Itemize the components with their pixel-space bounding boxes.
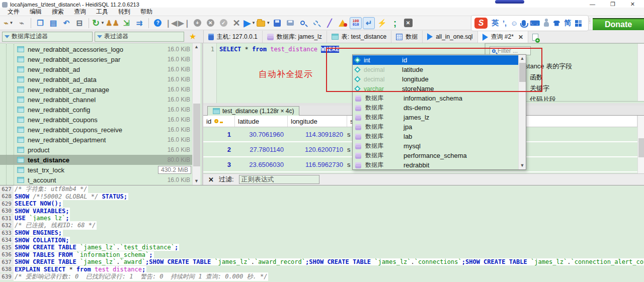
open-file-button[interactable]: ▼ (257, 17, 270, 29)
result-tab[interactable]: test_distance (1,128r × 4c) (207, 106, 299, 116)
helper-item-关键字[interactable]: 关键字 (530, 84, 549, 93)
wrap-lines-button[interactable]: ↵ (363, 17, 375, 29)
ime-language-toggle[interactable]: 英 (492, 19, 499, 28)
column-header-id[interactable]: id (203, 116, 235, 127)
disconnect-button[interactable]: ⌁ (16, 17, 28, 29)
ime-skin-icon[interactable] (553, 21, 560, 26)
ime-keyboard-icon[interactable]: ⌨ (530, 19, 540, 27)
table-row-product[interactable]: product16.0 KiB (0, 145, 193, 155)
refresh-button[interactable]: ↻▼ (92, 17, 105, 29)
ime-punctuation-icon[interactable]: ’, (503, 19, 507, 27)
binary-view-button[interactable]: 100010 (350, 17, 362, 29)
connect-button[interactable]: ⌁▼ (3, 17, 15, 29)
tab-close-icon[interactable]: ✕ (518, 34, 523, 41)
scroll-thumb[interactable] (519, 63, 526, 82)
last-record-button[interactable]: ▶❘ (178, 17, 190, 29)
ime-mic-icon[interactable] (522, 20, 526, 26)
autocomplete-item-latitude[interactable]: decimallatitude (353, 65, 518, 74)
dropdown-arrow-icon[interactable]: ▼ (266, 21, 270, 25)
scroll-thumb[interactable] (193, 104, 200, 166)
save-as-button[interactable] (284, 17, 296, 29)
sogou-logo-icon[interactable]: S (474, 18, 488, 29)
menu-item-文件[interactable]: 文件 (3, 7, 24, 17)
tree-scrollbar[interactable]: ▲ ▼ (192, 43, 200, 185)
autocomplete-item-james_lz[interactable]: 数据库james_lz (353, 113, 518, 122)
table-row-new_redrabbit_car_manage[interactable]: new_redrabbit_car_manage16.0 KiB (0, 84, 193, 95)
column-header-longitude[interactable]: longitude (288, 116, 347, 127)
autocomplete-item-performance_schema[interactable]: 数据库performance_schema (353, 151, 518, 160)
user-manager-button[interactable]: ♟♟ (106, 17, 119, 29)
scroll-down-icon[interactable]: ▼ (519, 162, 526, 169)
autocomplete-item-storeName[interactable]: varcharstoreName (353, 84, 518, 93)
autocomplete-item-dts-demo[interactable]: 数据库dts-demo (353, 103, 518, 113)
table-row-test_trx_lock[interactable]: test_trx_lock430.2 MiB (0, 165, 193, 175)
sql-log-panel[interactable]: 627/* 字符集: utf8mb4 */628SHOW /*!50002 GL… (0, 185, 644, 282)
dropdown-arrow-icon[interactable]: ▼ (101, 21, 105, 25)
stop-button[interactable]: ✕ (402, 17, 414, 29)
scroll-thumb[interactable] (638, 138, 644, 157)
filter-input[interactable]: 正则表达式 (239, 175, 319, 184)
tab-查询-2-[interactable]: 查询 #2*✕ (478, 31, 528, 43)
favorites-star-icon[interactable]: ★ (189, 32, 196, 41)
tab-all_in_one.sql[interactable]: all_in_one.sql (423, 31, 477, 43)
clear-filter-icon[interactable]: ✕ (208, 176, 214, 183)
ime-toolbox-icon[interactable] (575, 20, 582, 27)
find-again-button[interactable] (310, 17, 323, 29)
menu-item-编辑[interactable]: 编辑 (25, 7, 46, 17)
table-row-new_redrabbit_channel[interactable]: new_redrabbit_channel16.0 KiB (0, 95, 193, 105)
delimiter-button[interactable]: ; (389, 17, 401, 29)
autocomplete-item-jpa[interactable]: 数据库jpa (353, 122, 518, 132)
print-button[interactable]: ⊟ (73, 17, 86, 29)
table-row-new_redrabbit_department[interactable]: new_redrabbit_department16.0 KiB (0, 135, 193, 145)
cancel-x-button[interactable]: ✕ (230, 17, 243, 29)
column-header-latitude[interactable]: latitude (235, 116, 288, 127)
paste-button[interactable]: ▤ (47, 17, 59, 29)
copy-button[interactable]: ❐ (34, 17, 46, 29)
tab-表-test_distance[interactable]: 表: test_distance (327, 31, 391, 43)
new-query-tab-icon[interactable] (532, 34, 538, 41)
reformat-button[interactable]: ⚡ (376, 17, 388, 29)
window-restore-button[interactable]: ❐ (610, 1, 615, 8)
first-record-button[interactable]: ❘◀ (165, 17, 177, 29)
menu-item-搜索[interactable]: 搜索 (47, 7, 68, 17)
save-button[interactable] (271, 17, 283, 29)
database-filter-input[interactable]: 数据库过滤器 (2, 32, 93, 42)
dropdown-arrow-icon[interactable]: ▼ (10, 21, 14, 25)
tab-数据[interactable]: 数据 (391, 31, 423, 43)
donate-button[interactable]: Donate (593, 18, 644, 30)
table-row-new_redrabbit_coupons_receive[interactable]: new_redrabbit_coupons_receive16.0 KiB (0, 125, 193, 135)
table-row-test_distance[interactable]: test_distance80.0 KiB (0, 155, 193, 165)
autocomplete-item-lab[interactable]: 数据库lab (353, 132, 518, 141)
scroll-up-icon[interactable]: ▲ (519, 55, 526, 62)
window-close-button[interactable]: ✕ (630, 1, 635, 8)
menu-item-帮助[interactable]: 帮助 (136, 7, 157, 17)
apply-edit-button[interactable]: ✓ (217, 17, 229, 29)
clean-button[interactable]: ╱ (324, 17, 336, 29)
grid-scrollbar[interactable] (637, 116, 644, 173)
table-row-new_redrabbit_config[interactable]: new_redrabbit_config16.0 KiB (0, 105, 193, 115)
helper-item-代码片段[interactable]: 代码片段 (530, 95, 556, 102)
autocomplete-scrollbar[interactable]: ▲ ▼ (518, 55, 526, 169)
export-tables-button[interactable]: ⇲ (120, 17, 132, 29)
ime-emoji-icon[interactable]: ☺ (511, 19, 518, 27)
scroll-up-icon[interactable]: ▲ (193, 43, 200, 51)
autocomplete-item-redrabbit[interactable]: 数据库redrabbit (353, 160, 518, 170)
table-row-t_account[interactable]: t_account16.0 KiB (0, 175, 193, 185)
autocomplete-item-information_schema[interactable]: 数据库information_schema (353, 93, 518, 103)
insert-row-button[interactable]: + (191, 17, 203, 29)
table-row-new_redrabbit_ad[interactable]: new_redrabbit_ad16.0 KiB (0, 64, 193, 74)
autocomplete-item-mysql[interactable]: 数据库mysql (353, 141, 518, 151)
helpers-scrollbar[interactable] (637, 44, 644, 102)
explain-analyzer-button[interactable] (337, 17, 349, 29)
menu-item-查询[interactable]: 查询 (69, 7, 91, 17)
help-button[interactable]: ? (152, 17, 164, 29)
table-row-new_redrabbit_accessories_logo[interactable]: new_redrabbit_accessories_logo16.0 KiB (0, 44, 193, 54)
helper-item-函数[interactable]: 函数 (530, 73, 543, 82)
menu-item-工具[interactable]: 工具 (92, 7, 113, 17)
data-transfer-button[interactable]: ⇉ (133, 17, 145, 29)
ime-handwriting-icon[interactable] (544, 22, 549, 27)
tab-主机-127.0.0.1[interactable]: 主机: 127.0.0.1 (204, 31, 263, 43)
table-row-new_redrabbit_coupons[interactable]: new_redrabbit_coupons16.0 KiB (0, 115, 193, 125)
scroll-down-icon[interactable]: ▼ (193, 177, 200, 185)
cancel-edit-button[interactable]: ✕ (204, 17, 216, 29)
